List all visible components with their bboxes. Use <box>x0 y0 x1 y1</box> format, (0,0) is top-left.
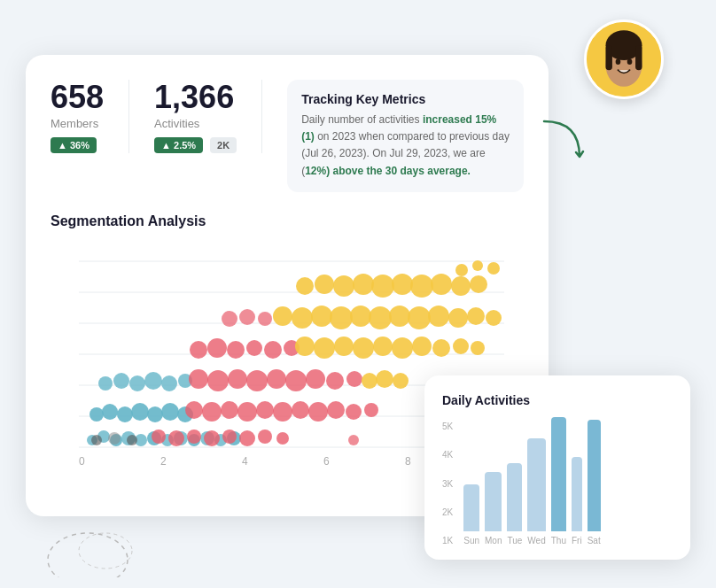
svg-point-56 <box>129 375 145 391</box>
svg-point-41 <box>161 403 179 421</box>
svg-point-97 <box>389 306 410 327</box>
svg-point-108 <box>392 274 413 295</box>
svg-point-70 <box>376 370 393 388</box>
svg-point-67 <box>326 372 344 390</box>
bar-fri: Fri <box>572 457 582 545</box>
bar-thu-fill <box>551 417 566 531</box>
bar-mon: Mon <box>485 472 502 545</box>
bar-tue-fill <box>507 463 522 531</box>
svg-point-46 <box>237 402 257 422</box>
svg-point-61 <box>207 370 229 391</box>
svg-point-75 <box>246 340 262 356</box>
svg-point-51 <box>327 401 345 419</box>
svg-point-86 <box>453 338 469 354</box>
svg-point-111 <box>451 276 471 296</box>
svg-point-66 <box>306 369 325 389</box>
svg-point-37 <box>102 404 118 420</box>
svg-point-93 <box>311 306 332 327</box>
svg-point-95 <box>350 306 371 327</box>
svg-text:4: 4 <box>242 455 248 468</box>
y-label-5k: 5K <box>442 422 453 431</box>
svg-point-96 <box>369 306 392 329</box>
svg-point-114 <box>472 260 483 271</box>
svg-point-80 <box>334 337 354 356</box>
svg-point-71 <box>393 373 409 389</box>
members-metric: 658 Members ▲ 36% <box>51 80 129 153</box>
bar-chart: 5K 4K 3K 2K 1K Sun Mon <box>442 422 673 545</box>
svg-text:0: 0 <box>79 455 85 468</box>
svg-point-113 <box>487 262 500 275</box>
activities-extra: 2K <box>210 137 237 153</box>
members-label: Members <box>51 117 104 130</box>
svg-point-50 <box>308 402 328 422</box>
svg-point-54 <box>98 376 113 391</box>
arrow-svg <box>535 112 588 183</box>
svg-point-124 <box>79 533 132 569</box>
svg-text:2: 2 <box>160 455 167 468</box>
activities-metric: 1,366 Activities ▲ 2.5% 2K <box>129 80 262 153</box>
segmentation-title: Segmentation Analysis <box>51 213 524 229</box>
svg-point-88 <box>222 311 237 327</box>
svg-point-53 <box>364 403 378 417</box>
svg-point-110 <box>431 274 452 295</box>
svg-point-121 <box>616 59 621 66</box>
svg-point-58 <box>161 375 177 391</box>
y-label-2k: 2K <box>442 507 453 517</box>
svg-point-78 <box>295 337 315 356</box>
svg-point-83 <box>392 337 413 359</box>
svg-point-87 <box>471 341 485 355</box>
svg-point-48 <box>273 402 292 422</box>
svg-point-69 <box>362 373 377 389</box>
svg-point-109 <box>410 275 433 298</box>
bar-sat-fill <box>588 420 601 531</box>
bars-container: Sun Mon Tue Wed <box>463 422 600 545</box>
bar-sun-label: Sun <box>463 536 479 545</box>
svg-point-27 <box>152 429 166 444</box>
svg-point-39 <box>131 403 149 421</box>
bar-sat-label: Sat <box>588 536 601 545</box>
svg-rect-119 <box>605 45 611 70</box>
svg-point-33 <box>258 429 272 444</box>
svg-point-55 <box>113 373 129 389</box>
bar-mon-label: Mon <box>485 536 502 545</box>
svg-point-81 <box>353 337 374 359</box>
svg-point-101 <box>467 307 485 325</box>
svg-point-47 <box>256 401 274 419</box>
svg-text:6: 6 <box>323 455 330 468</box>
svg-point-98 <box>408 306 431 329</box>
svg-point-34 <box>276 432 289 445</box>
svg-point-123 <box>48 533 128 577</box>
svg-point-102 <box>486 310 502 326</box>
svg-point-106 <box>353 274 374 295</box>
svg-point-105 <box>333 275 354 297</box>
activities-value: 1,366 <box>154 80 237 115</box>
bar-sun-fill <box>463 484 479 531</box>
svg-point-74 <box>227 341 245 359</box>
tracking-text: Daily number of activities increased 15%… <box>301 112 510 180</box>
svg-point-94 <box>330 306 353 329</box>
svg-point-64 <box>267 369 286 389</box>
svg-point-45 <box>221 401 238 419</box>
svg-text:8: 8 <box>405 455 411 468</box>
bar-fri-fill <box>572 457 582 531</box>
svg-point-63 <box>246 370 268 391</box>
svg-point-84 <box>412 337 432 356</box>
bar-wed-fill <box>527 438 545 531</box>
svg-point-103 <box>296 277 314 295</box>
svg-point-76 <box>264 341 282 359</box>
svg-point-32 <box>239 430 255 446</box>
dashed-decoration <box>43 507 150 577</box>
svg-point-28 <box>168 430 184 446</box>
svg-point-30 <box>204 430 220 446</box>
svg-point-35 <box>348 435 359 445</box>
svg-point-91 <box>273 306 292 326</box>
bar-sat: Sat <box>588 420 601 545</box>
bar-sun: Sun <box>463 484 479 545</box>
svg-point-25 <box>108 432 121 445</box>
svg-point-38 <box>117 406 133 422</box>
tracking-highlight1: increased 15% (1) <box>301 113 496 143</box>
bar-tue: Tue <box>507 463 522 545</box>
metrics-row: 658 Members ▲ 36% 1,366 Activities ▲ 2.5… <box>51 80 524 192</box>
svg-point-31 <box>222 429 237 444</box>
svg-point-36 <box>90 407 104 422</box>
